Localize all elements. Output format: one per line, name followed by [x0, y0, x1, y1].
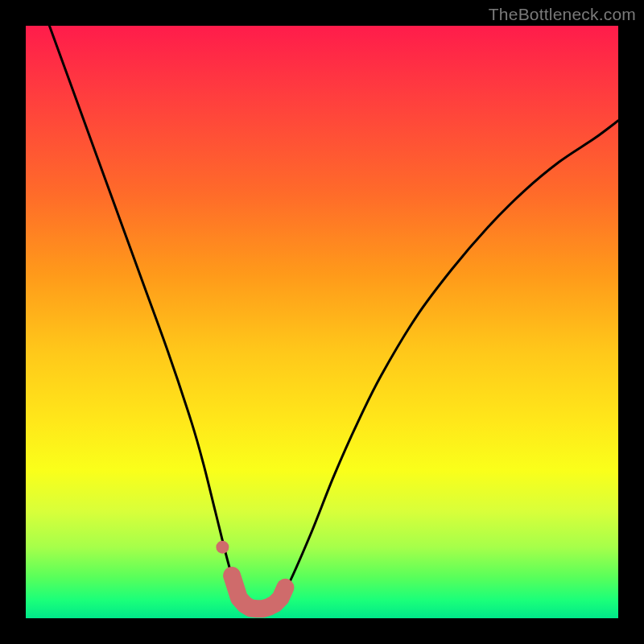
optimal-zone-markers — [216, 541, 285, 609]
curve-layer — [26, 26, 618, 618]
chart-frame: TheBottleneck.com — [0, 0, 644, 644]
bottleneck-curve — [49, 26, 618, 610]
plot-area — [26, 26, 618, 618]
optimal-dot — [216, 541, 229, 554]
watermark-text: TheBottleneck.com — [489, 5, 636, 24]
optimal-zone-stroke — [232, 576, 285, 609]
